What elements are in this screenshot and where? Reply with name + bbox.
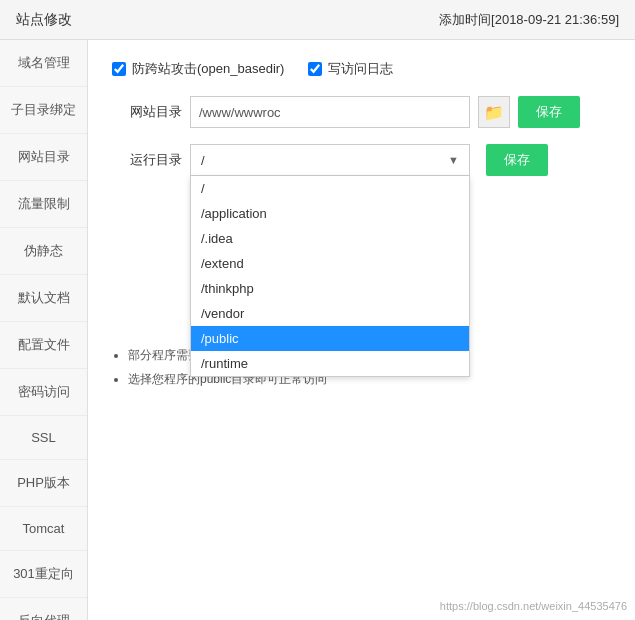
sidebar-item-php[interactable]: PHP版本	[0, 460, 87, 507]
rundir-dropdown: / /application /.idea /extend /thinkphp …	[190, 176, 470, 377]
rundir-current-value: /	[201, 153, 205, 168]
sidebar-item-pseudostatic[interactable]: 伪静态	[0, 228, 87, 275]
header-time: 添加时间[2018-09-21 21:36:59]	[439, 11, 619, 29]
sidebar-item-password[interactable]: 密码访问	[0, 369, 87, 416]
webroot-label: 网站目录	[112, 103, 182, 121]
dropdown-item-extend[interactable]: /extend	[191, 251, 469, 276]
sidebar-item-config[interactable]: 配置文件	[0, 322, 87, 369]
sidebar-item-webroot[interactable]: 网站目录	[0, 134, 87, 181]
webroot-row: 网站目录 📁 保存	[112, 96, 611, 128]
log-label[interactable]: 写访问日志	[308, 60, 393, 78]
sidebar-item-redirect[interactable]: 301重定向	[0, 551, 87, 598]
webroot-save-button[interactable]: 保存	[518, 96, 580, 128]
checkbox-row: 防跨站攻击(open_basedir) 写访问日志	[112, 60, 611, 78]
header-title: 站点修改	[16, 11, 72, 29]
antihijack-checkbox[interactable]	[112, 62, 126, 76]
rundir-select[interactable]: / ▼	[190, 144, 470, 176]
antihijack-text: 防跨站攻击(open_basedir)	[132, 60, 284, 78]
layout: 域名管理 子目录绑定 网站目录 流量限制 伪静态 默认文档 配置文件 密码访问 …	[0, 40, 635, 620]
rundir-save-button[interactable]: 保存	[486, 144, 548, 176]
folder-icon-btn[interactable]: 📁	[478, 96, 510, 128]
rundir-label: 运行目录	[112, 151, 182, 169]
sidebar-item-domain[interactable]: 域名管理	[0, 40, 87, 87]
folder-icon: 📁	[484, 103, 504, 122]
dropdown-item-idea[interactable]: /.idea	[191, 226, 469, 251]
sidebar-item-tomcat[interactable]: Tomcat	[0, 507, 87, 551]
watermark: https://blog.csdn.net/weixin_44535476	[440, 600, 627, 612]
antihijack-label[interactable]: 防跨站攻击(open_basedir)	[112, 60, 284, 78]
dropdown-arrow-icon: ▼	[448, 154, 459, 166]
webroot-input[interactable]	[190, 96, 470, 128]
sidebar-item-default-doc[interactable]: 默认文档	[0, 275, 87, 322]
sidebar-item-ssl[interactable]: SSL	[0, 416, 87, 460]
dropdown-item-application[interactable]: /application	[191, 201, 469, 226]
dropdown-item-root[interactable]: /	[191, 176, 469, 201]
rundir-row: 运行目录 / ▼ / /application /.idea /extend /…	[112, 144, 611, 176]
sidebar-item-subdir[interactable]: 子目录绑定	[0, 87, 87, 134]
dropdown-item-public[interactable]: /public	[191, 326, 469, 351]
sidebar: 域名管理 子目录绑定 网站目录 流量限制 伪静态 默认文档 配置文件 密码访问 …	[0, 40, 88, 620]
dropdown-item-runtime[interactable]: /runtime	[191, 351, 469, 376]
dropdown-item-thinkphp[interactable]: /thinkphp	[191, 276, 469, 301]
sidebar-item-reverse[interactable]: 反向代理	[0, 598, 87, 620]
dropdown-item-vendor[interactable]: /vendor	[191, 301, 469, 326]
header: 站点修改 添加时间[2018-09-21 21:36:59]	[0, 0, 635, 40]
main-content: 防跨站攻击(open_basedir) 写访问日志 网站目录 📁 保存 运行目录…	[88, 40, 635, 620]
rundir-select-wrapper: / ▼ / /application /.idea /extend /think…	[190, 144, 470, 176]
sidebar-item-traffic[interactable]: 流量限制	[0, 181, 87, 228]
log-checkbox[interactable]	[308, 62, 322, 76]
log-text: 写访问日志	[328, 60, 393, 78]
